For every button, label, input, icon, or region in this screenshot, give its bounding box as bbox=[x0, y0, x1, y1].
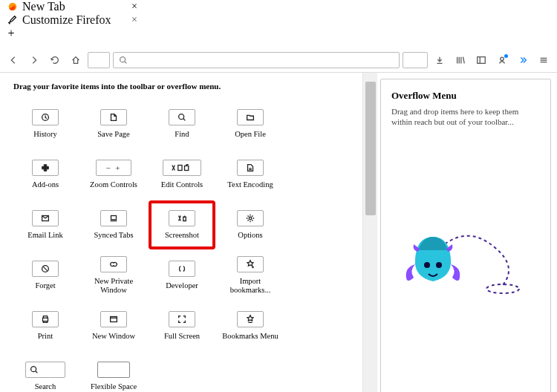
private-window-icon bbox=[100, 256, 127, 272]
options-icon bbox=[237, 210, 264, 226]
addons-icon bbox=[32, 160, 59, 176]
item-screenshot[interactable]: Screenshot bbox=[150, 202, 214, 248]
email-link-icon bbox=[32, 210, 59, 226]
sidebar-button[interactable] bbox=[472, 51, 490, 69]
account-button[interactable] bbox=[493, 51, 511, 69]
svg-rect-14 bbox=[43, 318, 48, 321]
svg-point-3 bbox=[120, 56, 126, 62]
customize-main: Drag your favorite items into the toolba… bbox=[0, 73, 557, 392]
forget-icon bbox=[32, 261, 59, 277]
scrollbar[interactable] bbox=[362, 73, 377, 392]
item-flexible-space[interactable]: Flexible Space bbox=[82, 353, 146, 392]
url-slot-placeholder-right[interactable] bbox=[403, 52, 428, 68]
bookmarks-menu-icon bbox=[237, 311, 264, 327]
close-icon[interactable]: × bbox=[131, 1, 137, 13]
synced-tabs-icon bbox=[100, 210, 127, 226]
instruction-text: Drag your favorite items into the toolba… bbox=[13, 82, 356, 91]
tab-label: Customize Firefox bbox=[22, 13, 111, 27]
tab-label: New Tab bbox=[22, 0, 65, 13]
close-icon[interactable]: × bbox=[131, 14, 137, 26]
svg-point-19 bbox=[436, 262, 442, 268]
scrollbar-thumb[interactable] bbox=[365, 82, 376, 215]
full-screen-icon bbox=[169, 311, 195, 327]
item-print[interactable]: Print bbox=[13, 303, 77, 349]
overflow-menu-panel[interactable]: Overflow Menu Drag and drop items here t… bbox=[380, 79, 551, 392]
search-widget-icon bbox=[25, 362, 65, 378]
item-zoom-controls[interactable]: − +Zoom Controls bbox=[82, 151, 146, 197]
back-button[interactable] bbox=[4, 51, 22, 69]
firefox-icon bbox=[7, 1, 18, 12]
item-options[interactable]: Options bbox=[218, 202, 282, 248]
print-icon bbox=[32, 311, 59, 327]
svg-point-7 bbox=[179, 114, 184, 120]
item-new-window[interactable]: New Window bbox=[82, 303, 146, 349]
svg-point-12 bbox=[249, 217, 252, 220]
overflow-illustration bbox=[391, 134, 540, 385]
item-search[interactable]: Search bbox=[13, 353, 77, 392]
overflow-button[interactable] bbox=[514, 51, 532, 69]
nav-toolbar bbox=[0, 48, 557, 73]
item-bookmarks-menu[interactable]: Bookmarks Menu bbox=[218, 303, 282, 349]
item-addons[interactable]: Add-ons bbox=[13, 151, 77, 197]
screenshot-icon bbox=[169, 210, 195, 226]
library-button[interactable] bbox=[452, 51, 469, 69]
home-button[interactable] bbox=[67, 51, 85, 69]
history-icon bbox=[32, 109, 59, 125]
downloads-button[interactable] bbox=[431, 51, 449, 69]
item-email-link[interactable]: Email Link bbox=[13, 202, 77, 248]
overflow-title: Overflow Menu bbox=[391, 90, 540, 102]
minimize-button[interactable] bbox=[0, 40, 34, 48]
svg-rect-15 bbox=[111, 317, 117, 322]
window-close-button[interactable] bbox=[68, 40, 102, 48]
new-window-icon bbox=[100, 311, 127, 327]
tab-customize-firefox[interactable]: Customize Firefox × bbox=[0, 13, 145, 27]
import-bookmarks-icon bbox=[237, 256, 264, 272]
reload-button[interactable] bbox=[46, 51, 64, 69]
flexible-space-icon bbox=[97, 362, 130, 378]
items-grid: History Save Page Find Open File Add-ons… bbox=[13, 101, 356, 392]
svg-rect-8 bbox=[178, 166, 182, 171]
svg-rect-2 bbox=[48, 41, 54, 47]
item-developer[interactable]: Developer bbox=[150, 252, 214, 298]
search-icon bbox=[118, 55, 128, 65]
item-forget[interactable]: Forget bbox=[13, 252, 77, 298]
item-edit-controls[interactable]: Edit Controls bbox=[150, 151, 214, 197]
url-slot-placeholder[interactable] bbox=[88, 52, 110, 68]
item-new-private-window[interactable]: New Private Window bbox=[82, 252, 146, 298]
edit-controls-icon bbox=[163, 160, 201, 176]
svg-rect-9 bbox=[185, 166, 189, 171]
svg-rect-11 bbox=[111, 216, 117, 220]
available-items-panel: Drag your favorite items into the toolba… bbox=[0, 73, 362, 392]
developer-icon bbox=[169, 261, 195, 277]
svg-point-5 bbox=[501, 57, 504, 60]
text-encoding-icon bbox=[237, 160, 264, 176]
item-synced-tabs[interactable]: Synced Tabs bbox=[82, 202, 146, 248]
paintbrush-icon bbox=[7, 15, 18, 25]
item-import-bookmarks[interactable]: Import bookmarks... bbox=[218, 252, 282, 298]
find-icon bbox=[169, 109, 195, 125]
svg-rect-4 bbox=[478, 56, 486, 63]
open-file-icon bbox=[237, 109, 264, 125]
window-controls bbox=[0, 40, 557, 48]
menu-button[interactable] bbox=[535, 51, 553, 69]
titlebar: New Tab × Customize Firefox × + bbox=[0, 0, 557, 48]
svg-point-17 bbox=[486, 284, 519, 293]
tab-new-tab[interactable]: New Tab × bbox=[0, 0, 145, 13]
svg-point-18 bbox=[424, 262, 430, 268]
item-save-page[interactable]: Save Page bbox=[82, 101, 146, 147]
overflow-description: Drag and drop items here to keep them wi… bbox=[391, 106, 540, 128]
maximize-button[interactable] bbox=[34, 40, 68, 48]
item-full-screen[interactable]: Full Screen bbox=[150, 303, 214, 349]
zoom-controls-icon: − + bbox=[96, 160, 131, 176]
forward-button[interactable] bbox=[25, 51, 43, 69]
item-text-encoding[interactable]: Text Encoding bbox=[218, 151, 282, 197]
new-tab-button[interactable]: + bbox=[0, 27, 22, 40]
svg-point-16 bbox=[31, 367, 36, 372]
item-history[interactable]: History bbox=[13, 101, 77, 147]
item-find[interactable]: Find bbox=[150, 101, 214, 147]
save-page-icon bbox=[100, 109, 127, 125]
url-bar[interactable] bbox=[113, 52, 400, 68]
item-open-file[interactable]: Open File bbox=[218, 101, 282, 147]
